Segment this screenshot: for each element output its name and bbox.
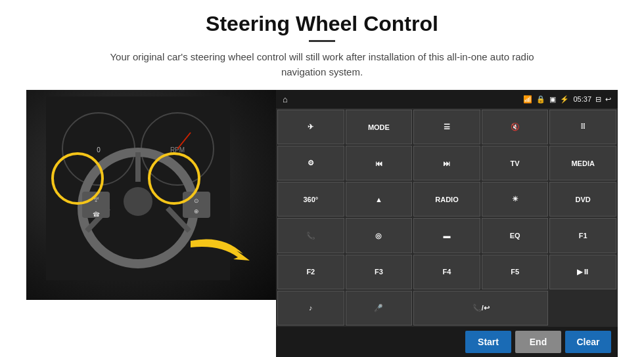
360-btn[interactable]: 360° xyxy=(277,182,344,217)
wheel-background: 0 RPM + - vol ☎ xyxy=(26,90,276,300)
dash-btn[interactable]: ▬ xyxy=(413,218,480,253)
tv-btn[interactable]: TV xyxy=(482,146,549,180)
nav-btn[interactable]: ◎ xyxy=(346,218,413,253)
clear-button[interactable]: Clear xyxy=(565,331,611,353)
mode-btn[interactable]: MODE xyxy=(346,110,413,144)
page-subtitle: Your original car's steering wheel contr… xyxy=(99,50,545,79)
back-icon: ↩ xyxy=(605,95,611,104)
action-bar: Start End Clear xyxy=(276,327,618,357)
next-btn[interactable]: ⏭ xyxy=(413,146,480,180)
left-highlight-circle xyxy=(51,152,104,205)
svg-text:⊙: ⊙ xyxy=(194,198,199,204)
brightness-btn[interactable]: ☀ xyxy=(482,182,549,217)
direction-arrow xyxy=(184,228,263,280)
lock-icon: 🔒 xyxy=(536,95,545,104)
sd-icon: ▣ xyxy=(549,95,556,104)
svg-point-10 xyxy=(124,187,152,216)
wifi-icon: 📶 xyxy=(523,95,532,104)
settings-btn[interactable]: ⚙ xyxy=(277,146,344,180)
mute-btn[interactable]: 🔇 xyxy=(482,110,549,144)
playpause-btn[interactable]: ▶⏸ xyxy=(549,255,616,289)
send-btn[interactable]: ✈ xyxy=(277,110,344,144)
f1-btn[interactable]: F1 xyxy=(549,218,616,253)
status-bar: ⌂ 📶 🔒 ▣ ⚡ 05:37 ⊟ ↩ xyxy=(276,90,618,108)
page-container: Steering Wheel Control Your original car… xyxy=(0,0,644,357)
eq-btn[interactable]: EQ xyxy=(482,218,549,253)
button-grid: ✈ MODE ☰ 🔇 ⠿ ⚙ ⏮ ⏭ TV MEDIA 360° ▲ RADIO… xyxy=(276,108,618,327)
status-right: 📶 🔒 ▣ ⚡ 05:37 ⊟ ↩ xyxy=(523,95,611,104)
radio-btn[interactable]: RADIO xyxy=(413,182,480,217)
media-btn[interactable]: MEDIA xyxy=(549,146,616,180)
f5-btn[interactable]: F5 xyxy=(482,255,549,289)
status-left: ⌂ xyxy=(283,94,288,104)
mic-btn[interactable]: 🎤 xyxy=(346,291,413,326)
f4-btn[interactable]: F4 xyxy=(413,255,480,289)
prev-btn[interactable]: ⏮ xyxy=(346,146,413,180)
phone-btn[interactable]: 📞 xyxy=(277,218,344,253)
f2-btn[interactable]: F2 xyxy=(277,255,344,289)
home-icon: ⌂ xyxy=(283,94,288,104)
svg-text:0: 0 xyxy=(97,146,101,154)
list-btn[interactable]: ☰ xyxy=(413,110,480,144)
music-btn[interactable]: ♪ xyxy=(277,291,344,326)
svg-text:☎: ☎ xyxy=(93,211,100,218)
svg-text:⊕: ⊕ xyxy=(194,208,199,215)
time-display: 05:37 xyxy=(573,95,591,103)
content-area: 0 RPM + - vol ☎ xyxy=(26,90,618,357)
control-panel: ⌂ 📶 🔒 ▣ ⚡ 05:37 ⊟ ↩ ✈ MODE ☰ 🔇 xyxy=(276,90,618,357)
screen-icon: ⊟ xyxy=(595,95,601,104)
start-button[interactable]: Start xyxy=(465,331,511,353)
steering-wheel-image: 0 RPM + - vol ☎ xyxy=(26,90,276,300)
title-divider xyxy=(309,40,335,42)
right-highlight-circle xyxy=(148,152,200,205)
eject-btn[interactable]: ▲ xyxy=(346,182,413,217)
call-end-btn[interactable]: 📞/↩ xyxy=(413,291,548,326)
f3-btn[interactable]: F3 xyxy=(346,255,413,289)
bt-icon: ⚡ xyxy=(560,95,569,104)
dvd-btn[interactable]: DVD xyxy=(549,182,616,217)
page-title: Steering Wheel Control xyxy=(206,12,438,36)
apps-btn[interactable]: ⠿ xyxy=(549,110,616,144)
end-button[interactable]: End xyxy=(515,331,561,353)
